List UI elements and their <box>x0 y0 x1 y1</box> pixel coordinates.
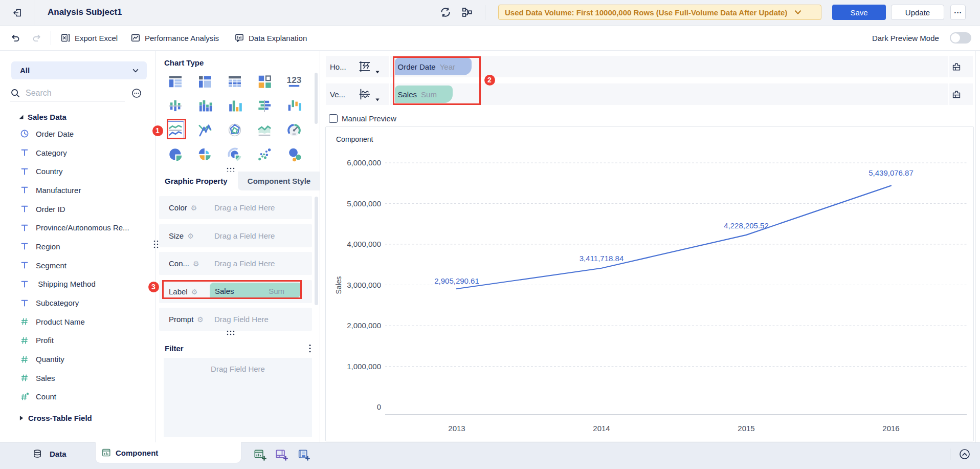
add-dashboard-button[interactable] <box>275 448 289 462</box>
property-row-size[interactable]: Size ⚙Drag a Field Here <box>159 224 312 247</box>
field-item-order-id[interactable]: Order ID <box>0 200 155 219</box>
dark-preview-toggle[interactable] <box>950 32 971 44</box>
dropdown-triangle-icon[interactable] <box>375 98 380 101</box>
svg-text:0: 0 <box>377 402 381 411</box>
separator <box>34 0 34 25</box>
scrollbar[interactable] <box>315 73 318 124</box>
data-explanation-button[interactable]: Data Explanation <box>234 26 307 50</box>
gear-icon[interactable]: ⚙ <box>191 203 197 212</box>
resize-handle-icon[interactable] <box>226 330 235 336</box>
chart-type-indicator-icon[interactable]: 123 <box>285 73 303 90</box>
performance-icon <box>130 33 141 43</box>
undo-icon[interactable] <box>10 33 20 43</box>
data-volume-warning[interactable]: Used Data Volume: First 10000,000 Rows (… <box>498 5 821 20</box>
chart-type-bubble-icon[interactable] <box>285 146 303 163</box>
export-excel-button[interactable]: Export Excel <box>60 26 118 50</box>
filter-drop-zone[interactable]: Drag Field Here <box>164 358 312 437</box>
tab-data[interactable]: Data <box>32 443 66 464</box>
chart-type-combo-line-icon[interactable] <box>196 121 214 139</box>
add-component-button[interactable] <box>253 448 268 462</box>
chart-type-line-icon[interactable] <box>167 121 184 139</box>
add-report-button[interactable] <box>297 448 311 462</box>
collapse-icon[interactable] <box>959 449 970 460</box>
field-pill-order-date[interactable]: Order Date Year <box>395 58 472 75</box>
chart-type-pie-icon[interactable] <box>167 146 184 163</box>
chart-type-column-icon[interactable] <box>226 97 243 115</box>
field-pill-sales[interactable]: Sales Sum <box>210 283 302 299</box>
chart-type-stacked-column-icon[interactable] <box>196 97 214 115</box>
performance-analysis-button[interactable]: Performance Analysis <box>130 26 219 50</box>
chart-type-grouped-table-icon[interactable] <box>167 73 184 90</box>
panel-resize-handle-icon[interactable] <box>153 240 159 249</box>
excel-icon <box>60 33 71 43</box>
field-item-order-date[interactable]: Order Date <box>0 124 155 143</box>
table-node-cross-table-field[interactable]: Cross-Table Field <box>0 410 155 426</box>
component-panel[interactable]: Component 01,000,0002,000,0003,000,0004,… <box>325 126 974 441</box>
chart-type-multi-pie-icon[interactable] <box>196 146 214 163</box>
chart-type-radar-icon[interactable] <box>226 121 243 139</box>
update-button[interactable]: Update <box>891 5 944 20</box>
field-item-quantity[interactable]: Quantity <box>0 350 155 369</box>
more-button[interactable]: ... <box>950 5 966 20</box>
chart-type-horizontal-bar-icon[interactable] <box>256 97 273 115</box>
redo-icon[interactable] <box>32 33 42 43</box>
gear-icon[interactable]: ⚙ <box>191 287 198 296</box>
field-item-manufacturer[interactable]: Manufacturer <box>0 181 155 200</box>
field-item-shipping-method[interactable]: Shipping Method <box>0 275 155 294</box>
manual-preview-checkbox[interactable] <box>329 114 338 123</box>
refresh-icon[interactable] <box>440 7 451 18</box>
chart-type-gauge-icon[interactable] <box>285 121 303 139</box>
tab-component-style[interactable]: Component Style <box>238 172 320 190</box>
property-row-label[interactable]: Label ⚙Sales Sum <box>159 280 312 303</box>
toolbar: Export Excel Performance Analysis Data E… <box>0 26 980 51</box>
field-item-country[interactable]: Country <box>0 162 155 181</box>
scrollbar[interactable] <box>315 197 318 305</box>
chevron-down-icon <box>793 8 803 17</box>
line-chart[interactable]: 01,000,0002,000,0003,000,0004,000,0005,0… <box>326 127 973 441</box>
chart-type-scatter-icon[interactable] <box>256 146 273 163</box>
property-row-prompt[interactable]: Prompt ⚙Drag Field Here <box>159 308 312 331</box>
chart-type-kpi-card-icon[interactable] <box>256 73 273 90</box>
chart-type-rose-icon[interactable] <box>226 146 243 163</box>
chart-type-detail-table-icon[interactable] <box>226 73 243 90</box>
shelf-vertical[interactable]: Ve... Sales Sum <box>326 83 973 105</box>
chart-type-cross-table-icon[interactable] <box>196 73 214 90</box>
clear-shelf-icon[interactable] <box>951 90 962 100</box>
field-item-sales[interactable]: Sales <box>0 369 155 388</box>
property-row-con[interactable]: Con... ⚙Drag a Field Here <box>159 252 312 275</box>
gear-icon[interactable]: ⚙ <box>193 259 199 268</box>
exit-icon[interactable] <box>12 8 23 18</box>
save-button[interactable]: Save <box>832 5 886 20</box>
shelf-horizontal[interactable]: Ho... Order Date Year <box>326 56 973 77</box>
tab-component[interactable]: Component <box>95 442 241 463</box>
dropdown-triangle-icon[interactable] <box>375 71 380 74</box>
clear-shelf-icon[interactable] <box>951 62 962 72</box>
chart-type-bidirectional-bar-icon[interactable] <box>167 97 184 115</box>
search-input[interactable] <box>26 89 113 98</box>
chart-type-range-column-icon[interactable] <box>285 97 303 115</box>
gear-icon[interactable]: ⚙ <box>187 231 194 241</box>
field-item-province-autonomous-re-[interactable]: Province/Autonomous Re... <box>0 218 155 237</box>
field-item-product-name[interactable]: Product Name <box>0 312 155 331</box>
filter-menu-icon[interactable] <box>309 344 311 353</box>
field-item-segment[interactable]: Segment <box>0 256 155 275</box>
tab-graphic-property[interactable]: Graphic Property <box>155 172 238 190</box>
field-label: Order ID <box>36 205 65 214</box>
chart-type-area-icon[interactable] <box>256 121 273 139</box>
field-item-category[interactable]: Category <box>0 143 155 162</box>
property-row-color[interactable]: Color ⚙Drag a Field Here <box>159 196 312 219</box>
field-pill-sales[interactable]: Sales Sum <box>395 86 453 103</box>
relation-icon[interactable] <box>461 7 473 18</box>
gear-icon[interactable]: ⚙ <box>197 315 204 324</box>
field-item-profit[interactable]: Profit <box>0 331 155 350</box>
field-item-region[interactable]: Region <box>0 237 155 256</box>
separator <box>948 56 949 77</box>
field-item-count[interactable]: Count <box>0 388 155 407</box>
table-filter-dropdown[interactable]: All <box>11 61 147 79</box>
manual-preview-option[interactable]: Manual Preview <box>329 114 396 123</box>
database-icon <box>32 449 42 459</box>
field-options-icon[interactable] <box>131 88 142 98</box>
clock-icon <box>19 129 30 139</box>
field-item-subcategory[interactable]: Subcategory <box>0 293 155 312</box>
table-node-sales-data[interactable]: Sales Data <box>0 109 155 124</box>
